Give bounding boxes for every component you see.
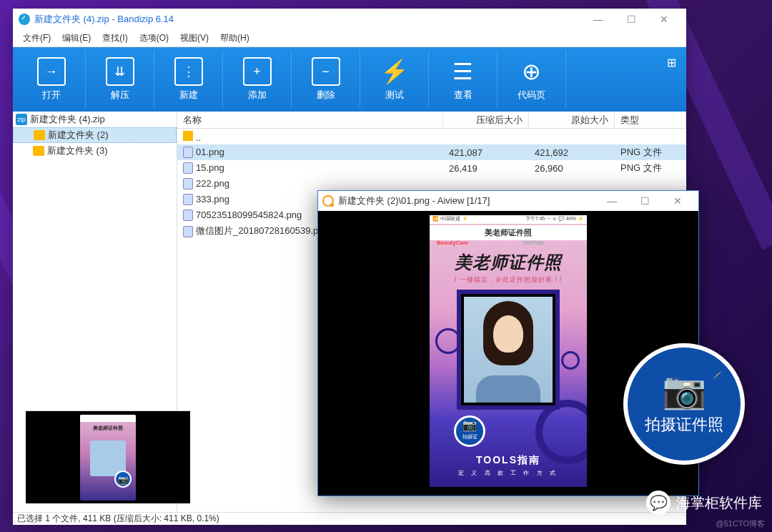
minimize-button[interactable]: — — [595, 190, 628, 212]
open-icon: → — [37, 57, 66, 86]
tree-root[interactable]: zip新建文件夹 (4).zip — [13, 112, 177, 127]
menu-item[interactable]: 帮助(H) — [216, 31, 254, 46]
viewer-titlebar[interactable]: 新建文件夹 (2)\01.png - Aiview [1/17] — ☐ ✕ — [318, 191, 698, 211]
poster-title: 美老师证件照 — [438, 251, 578, 274]
maximize-button[interactable]: ☐ — [628, 190, 661, 212]
grid-icon[interactable]: ⊞ — [667, 56, 676, 69]
poster-subtitle: / 一键搞定，从此证件照敲好看！/ — [430, 275, 587, 285]
folder-icon — [33, 146, 44, 156]
watermark: @51CTO博客 — [716, 518, 765, 529]
new-icon: ⋮ — [174, 57, 203, 86]
toolbar: →打开 ⇊解压 ⋮新建 +添加 −删除 ⚡测试 ☰查看 ⊕代码页 ⊞ — [13, 47, 686, 112]
list-row[interactable]: .. — [177, 129, 686, 144]
folder-icon — [34, 130, 45, 140]
col-csize[interactable]: 压缩后大小 — [443, 112, 529, 128]
menu-item[interactable]: 编辑(E) — [58, 31, 95, 46]
viewer-content[interactable]: 📶 中国联通 ⚡下午7:45 ⋯ ⊙ 💬 46% ⚡ 美老师证件照 Beauty… — [318, 211, 698, 496]
close-button[interactable]: ✕ — [661, 190, 694, 212]
col-type[interactable]: 类型 — [615, 112, 686, 128]
menu-item[interactable]: 选项(O) — [135, 31, 173, 46]
tree-folder[interactable]: 新建文件夹 (3) — [13, 143, 177, 159]
extract-icon: ⇊ — [106, 57, 134, 86]
view-button[interactable]: ☰查看 — [429, 51, 498, 108]
menu-item[interactable]: 查找(I) — [98, 31, 132, 46]
delete-button[interactable]: −删除 — [292, 51, 360, 108]
list-row[interactable]: 15.png26,41926,960PNG 文件 — [177, 160, 686, 176]
camera-icon: 📷 — [662, 373, 706, 408]
take-photo-button[interactable]: ⟋ 📷 拍摄证件照 — [623, 343, 745, 465]
file-icon — [183, 194, 193, 205]
poster-image: 📶 中国联通 ⚡下午7:45 ⋯ ⊙ 💬 46% ⚡ 美老师证件照 Beauty… — [430, 215, 587, 487]
codepage-button[interactable]: ⊕代码页 — [498, 51, 566, 108]
tree-folder[interactable]: 新建文件夹 (2) — [13, 127, 177, 143]
camera-icon: 📷拍摄证 — [454, 415, 485, 447]
open-button[interactable]: →打开 — [17, 51, 86, 108]
globe-icon: ⊕ — [518, 57, 546, 86]
viewer-title: 新建文件夹 (2)\01.png - Aiview [1/17] — [338, 194, 490, 207]
wechat-icon: 💬 — [646, 491, 670, 515]
file-icon — [183, 147, 193, 158]
menu-item[interactable]: 文件(F) — [19, 31, 55, 46]
aiview-window: 新建文件夹 (2)\01.png - Aiview [1/17] — ☐ ✕ 📶… — [317, 190, 699, 496]
extract-button[interactable]: ⇊解压 — [86, 51, 154, 108]
zip-icon: zip — [16, 114, 27, 125]
statusbar: 已选择 1 个文件, 411 KB (压缩后大小: 411 KB, 0.1%) — [13, 512, 686, 525]
add-button[interactable]: +添加 — [223, 51, 292, 108]
titlebar[interactable]: 新建文件夹 (4).zip - Bandizip 6.14 — ☐ ✕ — [13, 9, 686, 30]
magnifier-icon — [322, 195, 334, 207]
close-button[interactable]: ✕ — [648, 9, 681, 30]
file-icon — [183, 178, 193, 189]
sparkle-icon: ⟋ — [711, 368, 723, 383]
preview-thumbnail: 美老师证件照📷 — [80, 415, 136, 501]
delete-icon: − — [312, 57, 340, 86]
list-row[interactable]: 222.png — [177, 176, 686, 192]
window-title: 新建文件夹 (4).zip - Bandizip 6.14 — [34, 13, 174, 26]
poster-header: 美老师证件照 — [430, 225, 587, 240]
preview-panel: 美老师证件照📷 — [26, 410, 190, 503]
up-icon — [183, 131, 193, 141]
view-icon: ☰ — [449, 57, 477, 86]
col-osize[interactable]: 原始大小 — [529, 112, 615, 128]
test-button[interactable]: ⚡测试 — [360, 51, 429, 108]
menubar: 文件(F) 编辑(E) 查找(I) 选项(O) 视图(V) 帮助(H) — [13, 30, 686, 47]
list-row[interactable]: 01.png421,087421,692PNG 文件 — [177, 144, 686, 160]
new-button[interactable]: ⋮新建 — [154, 51, 223, 108]
wechat-badge: 💬 海掌柜软件库 — [646, 491, 762, 515]
add-icon: + — [243, 57, 272, 86]
list-header: 名称 压缩后大小 原始大小 类型 — [177, 112, 686, 129]
test-icon: ⚡ — [380, 57, 409, 86]
file-icon — [183, 210, 193, 221]
app-icon — [19, 14, 30, 25]
file-icon — [183, 226, 193, 237]
col-name[interactable]: 名称 — [177, 112, 443, 128]
maximize-button[interactable]: ☐ — [615, 9, 648, 30]
menu-item[interactable]: 视图(V) — [176, 31, 213, 46]
minimize-button[interactable]: — — [582, 9, 615, 30]
file-icon — [183, 162, 193, 174]
